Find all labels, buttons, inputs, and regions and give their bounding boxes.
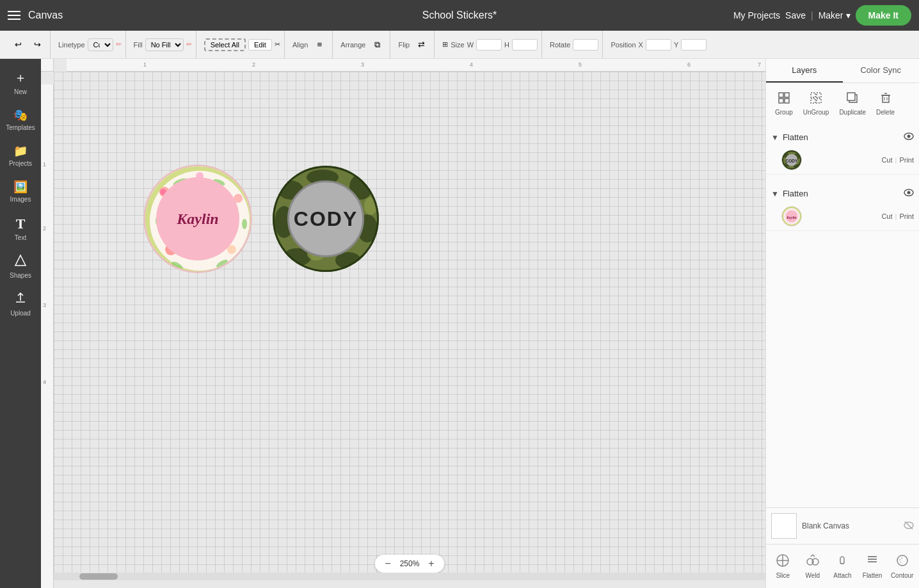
ruler-mark-1: 1 bbox=[143, 61, 147, 68]
toolbar: ↩ ↪ Linetype Cut ✏ Fill No Fill ✏ Select… bbox=[0, 31, 919, 59]
sidebar-item-text[interactable]: T Text bbox=[3, 211, 38, 246]
scroll-track[interactable] bbox=[54, 573, 765, 580]
tab-layers[interactable]: Layers bbox=[766, 59, 843, 83]
duplicate-icon bbox=[845, 91, 859, 107]
upload-icon bbox=[14, 292, 27, 308]
maker-button[interactable]: Maker ▾ bbox=[819, 10, 851, 20]
duplicate-button[interactable]: Duplicate bbox=[835, 88, 870, 118]
rotate-label: Rotate bbox=[550, 41, 570, 49]
sidebar-item-templates[interactable]: 🎭 Templates bbox=[3, 103, 38, 136]
zoom-in-button[interactable]: + bbox=[425, 557, 438, 570]
zoom-controls: − 250% + bbox=[375, 555, 444, 573]
blank-canvas-hide-icon[interactable] bbox=[904, 520, 914, 532]
group-button[interactable]: Group bbox=[771, 88, 797, 118]
cody-print-link[interactable]: Print bbox=[899, 156, 914, 164]
kaylin-cut-link[interactable]: Cut bbox=[881, 212, 892, 220]
ruler-mark-3: 3 bbox=[361, 61, 364, 68]
divider: | bbox=[811, 10, 813, 20]
width-input[interactable] bbox=[476, 39, 502, 51]
cody-cut-link[interactable]: Cut bbox=[881, 156, 892, 164]
horizontal-ruler: 1 2 3 4 5 6 7 bbox=[67, 59, 765, 72]
rotate-input[interactable] bbox=[573, 39, 598, 51]
sidebar-item-upload[interactable]: Upload bbox=[3, 287, 38, 322]
vertical-ruler: 1 2 3 4 bbox=[41, 84, 54, 588]
zoom-out-button[interactable]: − bbox=[381, 557, 394, 570]
blank-canvas-label: Blank Canvas bbox=[802, 521, 899, 530]
weld-tool[interactable]: Weld bbox=[799, 550, 827, 583]
scroll-thumb[interactable] bbox=[79, 573, 118, 580]
flatten-tool[interactable]: Flatten bbox=[858, 550, 887, 583]
svg-rect-30 bbox=[779, 99, 783, 103]
ungroup-label: UnGroup bbox=[803, 109, 829, 116]
sidebar-shapes-label: Shapes bbox=[10, 272, 31, 279]
redo-button[interactable]: ↪ bbox=[28, 36, 46, 54]
kaylin-layer-thumb: Kaylin bbox=[781, 206, 802, 226]
h-label: H bbox=[504, 41, 509, 49]
y-input[interactable] bbox=[681, 39, 707, 51]
align-label: Align bbox=[292, 41, 308, 49]
kaylin-layer-actions: Cut | Print bbox=[881, 212, 914, 220]
main-layout: ＋ New 🎭 Templates 📁 Projects 🖼️ Images T… bbox=[0, 59, 919, 588]
height-input[interactable] bbox=[512, 39, 538, 51]
sidebar-item-new[interactable]: ＋ New bbox=[3, 64, 38, 100]
kaylin-print-link[interactable]: Print bbox=[899, 212, 914, 220]
kaylin-text: Kaylin bbox=[177, 211, 218, 228]
linetype-select[interactable]: Cut bbox=[88, 38, 113, 51]
attach-icon bbox=[835, 553, 849, 571]
layer-item-kaylin[interactable]: Kaylin Cut | Print bbox=[766, 202, 919, 231]
canvas-area[interactable]: 1 2 3 4 5 6 7 1 2 3 4 bbox=[41, 59, 765, 588]
sidebar-item-shapes[interactable]: Shapes bbox=[3, 249, 38, 284]
weld-icon bbox=[806, 553, 820, 571]
size-icon: ⊞ bbox=[442, 40, 448, 49]
attach-tool[interactable]: Attach bbox=[828, 550, 857, 583]
sidebar-item-projects[interactable]: 📁 Projects bbox=[3, 139, 38, 172]
attach-label: Attach bbox=[833, 572, 851, 579]
save-button[interactable]: Save bbox=[785, 10, 806, 20]
layer-item-cody[interactable]: CODY Cut | Print bbox=[766, 146, 919, 175]
flip-icon[interactable]: ⇄ bbox=[412, 36, 430, 54]
my-projects-button[interactable]: My Projects bbox=[733, 10, 780, 20]
layer-group-1-header[interactable]: ▼ Flatten bbox=[766, 129, 919, 146]
edit-button[interactable]: Edit bbox=[248, 39, 272, 51]
group-label: Group bbox=[775, 109, 793, 116]
svg-marker-0 bbox=[15, 255, 26, 266]
sticker-cody[interactable]: CODY bbox=[271, 164, 380, 273]
eye-icon-1[interactable] bbox=[904, 131, 914, 143]
svg-rect-37 bbox=[847, 93, 855, 100]
linetype-group: Linetype Cut ✏ bbox=[54, 31, 126, 58]
layer-group-2-header[interactable]: ▼ Flatten bbox=[766, 185, 919, 202]
arrange-label: Arrange bbox=[340, 41, 365, 49]
cody-layer-actions: Cut | Print bbox=[881, 156, 914, 164]
ungroup-button[interactable]: UnGroup bbox=[799, 88, 833, 118]
shapes-icon bbox=[14, 254, 27, 270]
contour-tool[interactable]: Contour bbox=[888, 550, 916, 583]
chevron-down-icon: ▾ bbox=[846, 10, 851, 20]
make-it-button[interactable]: Make It bbox=[856, 5, 911, 26]
fill-select[interactable]: No Fill bbox=[145, 38, 184, 51]
undo-redo-group: ↩ ↪ bbox=[5, 31, 51, 58]
tab-color-sync[interactable]: Color Sync bbox=[843, 59, 920, 83]
cody-circle: CODY bbox=[271, 164, 380, 273]
menu-icon[interactable] bbox=[8, 11, 20, 20]
select-edit-group: Select All Edit ✂ bbox=[200, 31, 285, 58]
app-title: Canvas bbox=[28, 10, 63, 21]
sidebar-item-images[interactable]: 🖼️ Images bbox=[3, 175, 38, 208]
canvas-grid[interactable]: Kaylin bbox=[54, 72, 765, 580]
select-all-button[interactable]: Select All bbox=[204, 38, 246, 51]
x-input[interactable] bbox=[646, 39, 671, 51]
collapse-arrow-1: ▼ bbox=[771, 133, 779, 142]
undo-button[interactable]: ↩ bbox=[9, 36, 27, 54]
eye-icon-2[interactable] bbox=[904, 187, 914, 200]
sticker-kaylin[interactable]: Kaylin bbox=[143, 164, 252, 273]
arrange-icon[interactable]: ⧉ bbox=[368, 36, 386, 54]
v-ruler-mark-3: 3 bbox=[43, 302, 46, 308]
svg-text:CODY: CODY bbox=[786, 159, 799, 163]
align-icon[interactable]: ≡ bbox=[310, 36, 328, 54]
slice-tool[interactable]: Slice bbox=[769, 550, 797, 583]
delete-button[interactable]: Delete bbox=[872, 88, 899, 118]
duplicate-label: Duplicate bbox=[839, 109, 866, 116]
fill-pen-icon: ✏ bbox=[186, 40, 192, 49]
fill-label: Fill bbox=[134, 41, 143, 49]
slice-icon bbox=[776, 553, 790, 571]
w-label: W bbox=[467, 41, 474, 49]
